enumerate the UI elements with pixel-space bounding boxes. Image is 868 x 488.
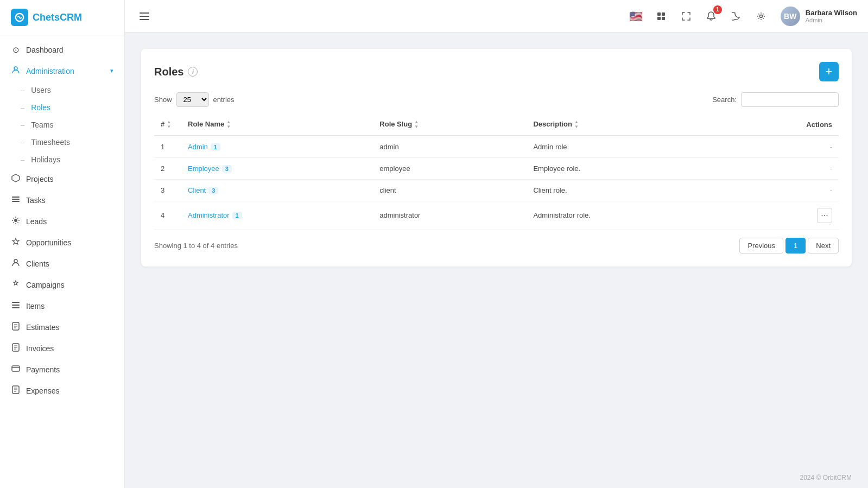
svg-rect-17 — [140, 19, 149, 20]
cell-num: 1 — [154, 136, 181, 158]
col-role-name[interactable]: Role Name▲▼ — [181, 115, 373, 136]
payments-label: Payments — [26, 365, 60, 374]
svg-rect-15 — [140, 12, 149, 14]
role-name-link[interactable]: Client — [188, 186, 206, 194]
sidebar-item-invoices[interactable]: Invoices — [0, 338, 124, 359]
leads-icon — [11, 216, 21, 226]
sidebar-item-users[interactable]: Users — [0, 81, 124, 99]
apps-icon[interactable] — [652, 8, 670, 25]
cell-actions: - — [727, 179, 839, 201]
svg-rect-21 — [662, 17, 665, 20]
logo[interactable]: ChetsCRM — [0, 0, 124, 35]
role-name-link[interactable]: Administrator — [188, 211, 230, 219]
sidebar-item-teams[interactable]: Teams — [0, 116, 124, 134]
table-row: 1Admin1adminAdmin role.- — [154, 136, 839, 158]
role-count-badge: 3 — [222, 165, 232, 173]
previous-button[interactable]: Previous — [739, 238, 783, 253]
sidebar-item-label: Administration — [26, 67, 74, 75]
col-num: #▲▼ — [154, 115, 181, 136]
add-role-button[interactable]: + — [819, 62, 839, 81]
sidebar-item-administration[interactable]: Administration ▾ — [0, 60, 124, 81]
sidebar-item-estimates[interactable]: Estimates — [0, 316, 124, 338]
roles-card: Roles i + Show 25 10 50 100 entries — [141, 49, 852, 267]
teams-label: Teams — [31, 121, 53, 129]
sidebar-item-dashboard[interactable]: ⊙ Dashboard — [0, 40, 124, 60]
sidebar-item-expenses[interactable]: Expenses — [0, 380, 124, 401]
payments-icon — [11, 364, 21, 375]
next-button[interactable]: Next — [808, 238, 839, 253]
svg-rect-5 — [12, 201, 20, 202]
timesheets-label: Timesheets — [31, 138, 70, 147]
flag-icon[interactable]: 🇺🇸 — [628, 8, 645, 25]
notification-button[interactable]: 1 — [702, 8, 720, 25]
sidebar-item-items[interactable]: Items — [0, 295, 124, 316]
sidebar-item-projects[interactable]: Projects — [0, 168, 124, 189]
sidebar-item-campaigns[interactable]: Campaigns — [0, 274, 124, 295]
role-count-badge: 3 — [208, 187, 218, 194]
col-description[interactable]: Description▲▼ — [527, 115, 727, 136]
cell-description: Client role. — [527, 179, 727, 201]
svg-point-6 — [14, 219, 17, 222]
col-actions: Actions — [727, 115, 839, 136]
page-1-button[interactable]: 1 — [785, 238, 806, 253]
sidebar-item-clients[interactable]: Clients — [0, 253, 124, 274]
dark-mode-icon[interactable] — [727, 8, 745, 25]
svg-rect-10 — [12, 307, 20, 308]
user-name: Barbara Wilson — [806, 9, 857, 17]
sidebar-item-holidays[interactable]: Holidays — [0, 151, 124, 168]
sort-arrows-num: ▲▼ — [167, 120, 171, 130]
cell-actions: - — [727, 136, 839, 158]
sidebar-item-payments[interactable]: Payments — [0, 359, 124, 380]
sidebar-item-opportunities[interactable]: Opportunities — [0, 232, 124, 253]
opportunities-icon — [11, 237, 21, 248]
administration-icon — [11, 66, 21, 76]
user-profile[interactable]: BW Barbara Wilson Admin — [781, 7, 857, 26]
logo-icon — [11, 9, 28, 26]
projects-label: Projects — [26, 175, 54, 183]
clients-label: Clients — [26, 259, 49, 268]
col-role-slug[interactable]: Role Slug▲▼ — [373, 115, 527, 136]
topbar: 🇺🇸 — [125, 0, 868, 33]
roles-label: Roles — [31, 103, 50, 112]
action-dots-button[interactable]: ··· — [817, 208, 832, 223]
holidays-label: Holidays — [31, 155, 60, 164]
cell-role-slug: employee — [373, 157, 527, 179]
svg-rect-19 — [662, 12, 665, 16]
svg-rect-18 — [657, 12, 661, 16]
sidebar-item-timesheets[interactable]: Timesheets — [0, 134, 124, 151]
sidebar-item-roles[interactable]: Roles — [0, 99, 124, 116]
expenses-icon — [11, 385, 21, 396]
showing-text: Showing 1 to 4 of 4 entries — [154, 242, 238, 250]
content-area: Roles i + Show 25 10 50 100 entries — [125, 33, 868, 467]
items-label: Items — [26, 302, 45, 310]
tasks-label: Tasks — [26, 196, 46, 205]
svg-rect-13 — [12, 366, 20, 371]
invoices-label: Invoices — [26, 344, 54, 353]
menu-toggle-button[interactable] — [136, 8, 153, 25]
cell-num: 2 — [154, 157, 181, 179]
cell-role-name: Administrator1 — [181, 201, 373, 230]
svg-point-22 — [759, 15, 762, 17]
svg-point-7 — [14, 259, 17, 263]
page-footer: 2024 © OrbitCRM — [125, 467, 868, 488]
role-name-link[interactable]: Employee — [188, 164, 219, 173]
cell-actions: - — [727, 157, 839, 179]
role-name-link[interactable]: Admin — [188, 143, 208, 151]
svg-marker-2 — [12, 174, 20, 182]
table-footer: Showing 1 to 4 of 4 entries Previous 1 N… — [154, 238, 839, 253]
svg-rect-9 — [12, 305, 20, 306]
avatar: BW — [781, 7, 800, 26]
sidebar-item-leads[interactable]: Leads — [0, 211, 124, 232]
cell-role-name: Employee3 — [181, 157, 373, 179]
svg-rect-16 — [140, 16, 149, 17]
fullscreen-icon[interactable] — [677, 8, 695, 25]
role-count-badge: 1 — [232, 212, 242, 219]
settings-icon[interactable] — [752, 8, 770, 25]
entries-select[interactable]: 25 10 50 100 — [176, 92, 209, 107]
role-count-badge: 1 — [211, 143, 220, 151]
search-input[interactable] — [741, 92, 839, 107]
info-icon[interactable]: i — [188, 67, 198, 77]
sidebar-item-tasks[interactable]: Tasks — [0, 189, 124, 211]
svg-rect-3 — [12, 197, 20, 198]
search-label: Search: — [712, 96, 737, 104]
